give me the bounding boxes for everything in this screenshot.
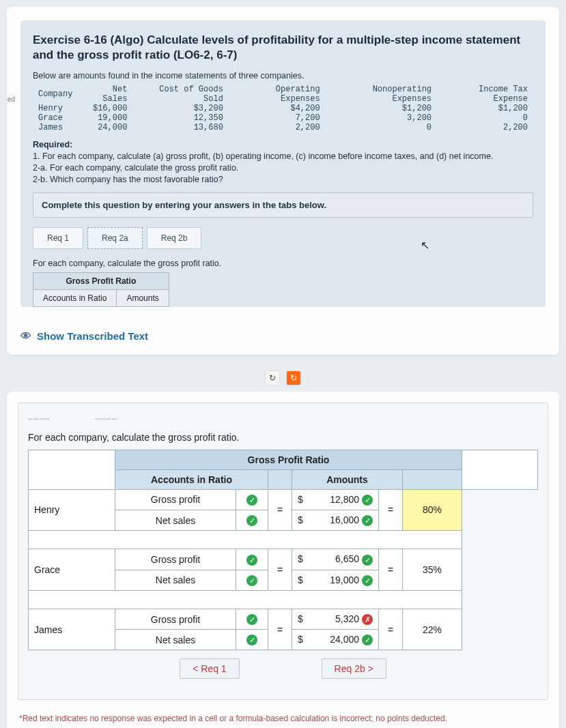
mini-accounts-header: Accounts in Ratio	[33, 289, 117, 306]
equals-sign: =	[379, 609, 403, 650]
equals-sign: =	[268, 549, 292, 591]
equals-sign: =	[379, 489, 403, 531]
tab-req-2b[interactable]: Req 2b	[147, 227, 202, 249]
question-image-area: rded Exercise 6-16 (Algo) Calculate leve…	[20, 20, 546, 307]
cell: 12,350	[132, 113, 229, 123]
mini-amounts-header: Amounts	[117, 289, 169, 306]
cell: 3,200	[326, 113, 437, 123]
check-icon: ✓	[362, 495, 373, 506]
show-transcribed-text-button[interactable]: 👁 Show Transcribed Text	[7, 321, 559, 355]
cell: 2,200	[229, 123, 326, 132]
tab-req-1[interactable]: Req 1	[33, 227, 83, 249]
company-data-table: Company Net Sales Cost of Goods Sold Ope…	[33, 85, 533, 132]
james-percent[interactable]: 22%	[403, 609, 462, 650]
henry-percent[interactable]: 80%	[403, 489, 462, 531]
th-op-exp: Operating Expenses	[229, 85, 326, 104]
cell: $1,200	[326, 104, 437, 113]
image-controls: ↻ ↻	[7, 367, 559, 392]
check-icon: ✓	[362, 555, 373, 566]
answer-card: ………… ………… For each company, calculate th…	[7, 392, 559, 728]
show-transcribed-label: Show Transcribed Text	[37, 330, 148, 342]
grace-denominator-amount[interactable]: $19,000 ✓	[292, 570, 379, 590]
henry-denominator-label[interactable]: Net sales	[115, 510, 236, 530]
required-label: Required:	[33, 140, 72, 149]
cell: 7,200	[229, 113, 326, 123]
cell: 0	[437, 113, 533, 123]
cell: $3,200	[132, 104, 229, 113]
complete-instruction-box: Complete this question by entering your …	[33, 192, 533, 218]
cell: James	[33, 123, 78, 132]
table-row: Grace 19,000 12,350 7,200 3,200 0	[33, 113, 533, 123]
th-net-sales: Net Sales	[78, 85, 132, 104]
check-icon: ✓	[362, 575, 373, 586]
grace-numerator-label[interactable]: Gross profit	[115, 549, 236, 570]
tab-req-2a[interactable]: Req 2a	[87, 227, 143, 249]
tabs-row: Req 1 Req 2a Req 2b	[33, 227, 533, 249]
dashed-separator: ………… …………	[28, 413, 538, 428]
th-company: Company	[33, 85, 78, 104]
answer-instruction: For each company, calculate the gross pr…	[28, 432, 538, 443]
th-nonop-exp: Nonoperating Expenses	[326, 85, 437, 104]
required-block: Required: 1. For each company, calculate…	[33, 139, 533, 186]
equals-sign: =	[379, 549, 403, 591]
th-cogs: Cost of Goods Sold	[132, 85, 229, 104]
cell: Henry	[33, 104, 78, 113]
james-denominator-label[interactable]: Net sales	[115, 630, 236, 650]
cell: Grace	[33, 113, 78, 123]
check-icon: ✓	[246, 614, 257, 625]
table-row: Henry Gross profit ✓ = $12,800 ✓ = 80%	[29, 489, 538, 510]
check-icon: ✓	[362, 635, 373, 645]
check-icon: ✓	[246, 515, 257, 526]
mini-gpr-header-table: Gross Profit Ratio Accounts in Ratio Amo…	[33, 272, 169, 307]
cell: 24,000	[78, 123, 132, 132]
james-numerator-label[interactable]: Gross profit	[115, 609, 236, 629]
cell: 19,000	[78, 113, 132, 123]
james-numerator-amount[interactable]: $5,320 ✗	[292, 609, 379, 629]
nav-row: < Req 1 Req 2b >	[28, 658, 538, 679]
exercise-title: Exercise 6-16 (Algo) Calculate levels of…	[33, 33, 533, 63]
grace-percent[interactable]: 35%	[403, 549, 462, 591]
company-henry: Henry	[29, 489, 115, 531]
mini-group-header: Gross Profit Ratio	[33, 272, 169, 289]
tab-instruction: For each company, calculate the gross pr…	[33, 259, 533, 268]
check-icon: ✓	[246, 575, 257, 586]
table-row: James Gross profit ✓ = $5,320 ✗ = 22%	[29, 609, 538, 629]
cell: $4,200	[229, 104, 326, 113]
rotate-icon[interactable]: ↻	[266, 371, 279, 385]
equals-sign: =	[268, 489, 292, 531]
check-icon: ✓	[362, 515, 373, 526]
gross-profit-ratio-table: Gross Profit Ratio Accounts in Ratio Amo…	[28, 450, 538, 651]
answer-inner: ………… ………… For each company, calculate th…	[18, 403, 548, 701]
equals-sign: =	[268, 609, 292, 650]
required-text: 1. For each company, calculate (a) gross…	[33, 151, 493, 184]
cell: 2,200	[437, 123, 533, 132]
henry-denominator-amount[interactable]: $16,000 ✓	[292, 510, 379, 530]
footnote-text: *Red text indicates no response was expe…	[7, 711, 559, 723]
col-amounts: Amounts	[292, 469, 403, 489]
henry-numerator-amount[interactable]: $12,800 ✓	[292, 489, 379, 510]
henry-numerator-label[interactable]: Gross profit	[115, 489, 236, 510]
eye-icon: 👁	[20, 330, 31, 343]
x-icon: ✗	[362, 614, 373, 625]
cell: $16,000	[78, 104, 132, 113]
question-card: rded Exercise 6-16 (Algo) Calculate leve…	[7, 7, 559, 355]
next-req-button[interactable]: Req 2b >	[322, 658, 386, 679]
exercise-intro: Below are amounts found in the income st…	[33, 71, 533, 81]
prev-req-button[interactable]: < Req 1	[180, 658, 239, 679]
grace-numerator-amount[interactable]: $6,650 ✓	[292, 549, 379, 570]
truncated-side-text: rded	[7, 96, 15, 103]
company-grace: Grace	[29, 549, 115, 591]
check-icon: ✓	[246, 495, 257, 506]
james-denominator-amount[interactable]: $24,000 ✓	[292, 630, 379, 650]
cell: 0	[326, 123, 437, 132]
cell: $1,200	[437, 104, 533, 113]
check-icon: ✓	[246, 555, 257, 566]
table-row: Henry $16,000 $3,200 $4,200 $1,200 $1,20…	[33, 104, 533, 113]
refresh-icon[interactable]: ↻	[287, 371, 300, 385]
group-header: Gross Profit Ratio	[115, 450, 462, 469]
check-icon: ✓	[246, 635, 257, 645]
th-tax-exp: Income Tax Expense	[437, 85, 533, 104]
cell: 13,680	[132, 123, 229, 132]
grace-denominator-label[interactable]: Net sales	[115, 570, 236, 590]
col-accounts: Accounts in Ratio	[115, 469, 268, 489]
